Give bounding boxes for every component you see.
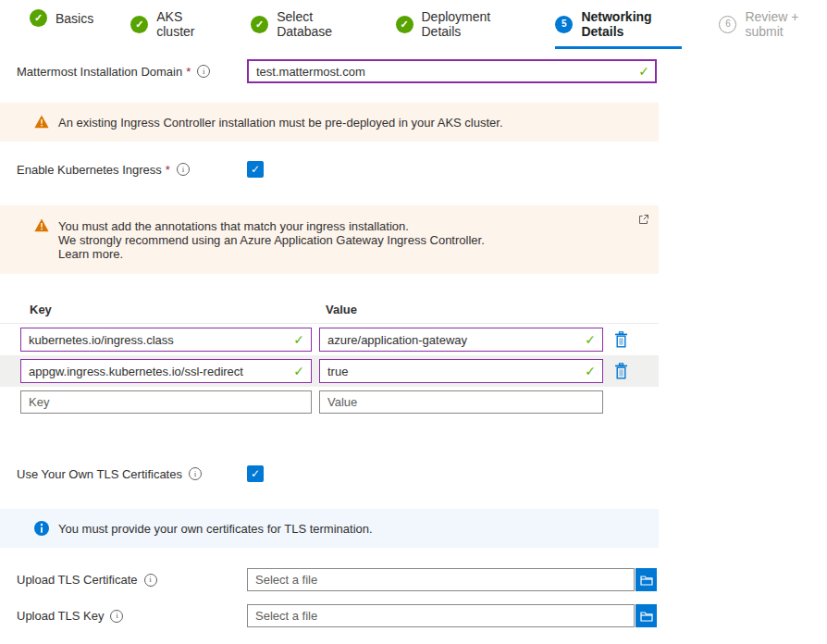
annotation-value-wrap: [319, 390, 603, 414]
annotations-table: Key Value ✓ ✓ ✓ ✓: [0, 303, 659, 417]
annotations-table-header: Key Value: [0, 303, 659, 323]
check-circle-icon: ✓: [251, 16, 268, 33]
browse-file-button[interactable]: [636, 604, 657, 627]
annotation-value-input-empty[interactable]: [319, 390, 603, 414]
checkbox-check-icon: ✓: [251, 467, 260, 480]
upload-cert-row: Upload TLS Certificate i: [0, 568, 827, 591]
tab-label: Select Database: [277, 9, 358, 39]
step-number-icon: 5: [555, 16, 573, 33]
tab-aks-cluster[interactable]: ✓ AKS cluster: [130, 9, 214, 49]
info-tooltip-icon[interactable]: i: [110, 610, 123, 623]
required-marker: *: [166, 163, 170, 177]
check-circle-icon: ✓: [30, 9, 47, 27]
tab-basics[interactable]: ✓ Basics: [30, 9, 93, 37]
trash-icon: [614, 363, 628, 379]
tab-label: Deployment Details: [422, 9, 519, 39]
info-tooltip-icon[interactable]: i: [197, 65, 210, 78]
upload-key-file-group: [247, 604, 657, 627]
upload-key-row: Upload TLS Key i: [0, 604, 827, 627]
tab-label: AKS cluster: [156, 9, 214, 39]
info-tooltip-icon[interactable]: i: [144, 574, 157, 587]
wizard-tab-bar: ✓ Basics ✓ AKS cluster ✓ Select Database…: [0, 0, 827, 49]
tab-review-submit[interactable]: 6 Review + submit: [719, 9, 827, 49]
enable-ingress-row: Enable Kubernetes Ingress * i ✓: [0, 161, 827, 178]
annotation-key-wrap: ✓: [20, 359, 312, 383]
own-tls-checkbox[interactable]: ✓: [247, 465, 264, 482]
tab-networking-details[interactable]: 5 Networking Details: [555, 9, 682, 49]
tls-info-banner: You must provide your own certificates f…: [0, 509, 659, 548]
upload-key-label-group: Upload TLS Key i: [17, 609, 247, 623]
required-marker: *: [186, 65, 191, 79]
upload-cert-label: Upload TLS Certificate: [17, 573, 138, 587]
annotation-value-wrap: ✓: [319, 359, 603, 383]
annotation-value-input[interactable]: [319, 328, 603, 352]
value-column-header: Value: [326, 303, 357, 316]
upload-key-label: Upload TLS Key: [17, 609, 104, 623]
warning-triangle-icon: [34, 218, 49, 232]
annotation-key-input[interactable]: [20, 359, 312, 383]
annotation-key-input-empty[interactable]: [20, 390, 312, 414]
domain-input-wrap: ✓: [247, 59, 657, 83]
tls-info-text: You must provide your own certificates f…: [58, 521, 373, 536]
enable-ingress-label-group: Enable Kubernetes Ingress * i: [17, 163, 247, 177]
step-number-icon: 6: [719, 16, 736, 33]
enable-ingress-label: Enable Kubernetes Ingress: [17, 163, 162, 177]
annotations-warning-line2: We strongly recommend using an Azure App…: [58, 233, 485, 247]
info-circle-icon: [34, 521, 49, 536]
tab-deployment-details[interactable]: ✓ Deployment Details: [396, 9, 519, 49]
annotation-key-wrap: [20, 390, 312, 414]
own-tls-label-group: Use Your Own TLS Certificates i: [17, 467, 247, 481]
domain-input[interactable]: [247, 59, 657, 83]
key-column-header: Key: [30, 303, 326, 316]
tab-label: Basics: [56, 11, 93, 26]
info-tooltip-icon[interactable]: i: [177, 163, 190, 176]
own-tls-label: Use Your Own TLS Certificates: [17, 467, 182, 481]
upload-cert-input[interactable]: [247, 568, 635, 591]
annotation-value-wrap: ✓: [319, 328, 603, 352]
table-row: ✓ ✓: [0, 324, 659, 355]
domain-label: Mattermost Installation Domain: [17, 65, 182, 79]
tab-select-database[interactable]: ✓ Select Database: [251, 9, 358, 49]
browse-file-button[interactable]: [636, 568, 657, 591]
own-tls-row: Use Your Own TLS Certificates i ✓: [0, 465, 827, 482]
annotations-warning-text: You must add the annotations that match …: [58, 218, 485, 261]
check-circle-icon: ✓: [130, 16, 148, 33]
popout-external-link-icon[interactable]: [638, 214, 649, 225]
domain-label-group: Mattermost Installation Domain * i: [17, 65, 247, 79]
check-circle-icon: ✓: [396, 16, 414, 33]
annotations-warning-line1: You must add the annotations that match …: [58, 219, 485, 233]
domain-field-row: Mattermost Installation Domain * i ✓: [0, 59, 827, 83]
annotation-value-input[interactable]: [319, 359, 603, 383]
upload-key-input[interactable]: [247, 604, 635, 627]
table-row-empty: [0, 387, 659, 417]
annotation-key-wrap: ✓: [20, 328, 312, 352]
tab-label: Networking Details: [581, 9, 682, 39]
ingress-warning-text: An existing Ingress Controller installat…: [58, 115, 503, 130]
checkbox-check-icon: ✓: [251, 163, 260, 176]
table-row: ✓ ✓: [0, 355, 659, 387]
upload-cert-label-group: Upload TLS Certificate i: [17, 573, 247, 587]
info-tooltip-icon[interactable]: i: [189, 467, 202, 480]
ingress-warning-banner: An existing Ingress Controller installat…: [0, 103, 659, 142]
enable-ingress-checkbox[interactable]: ✓: [247, 161, 264, 178]
tab-label: Review + submit: [745, 9, 827, 39]
delete-row-button[interactable]: [614, 363, 628, 379]
annotations-warning-banner: You must add the annotations that match …: [0, 205, 659, 274]
folder-icon: [640, 575, 653, 586]
trash-icon: [614, 331, 628, 348]
annotation-key-input[interactable]: [20, 328, 312, 352]
folder-icon: [640, 611, 653, 622]
upload-cert-file-group: [247, 568, 657, 591]
delete-row-button[interactable]: [614, 331, 628, 348]
learn-more-link[interactable]: Learn more.: [58, 247, 485, 261]
warning-triangle-icon: [34, 115, 49, 129]
